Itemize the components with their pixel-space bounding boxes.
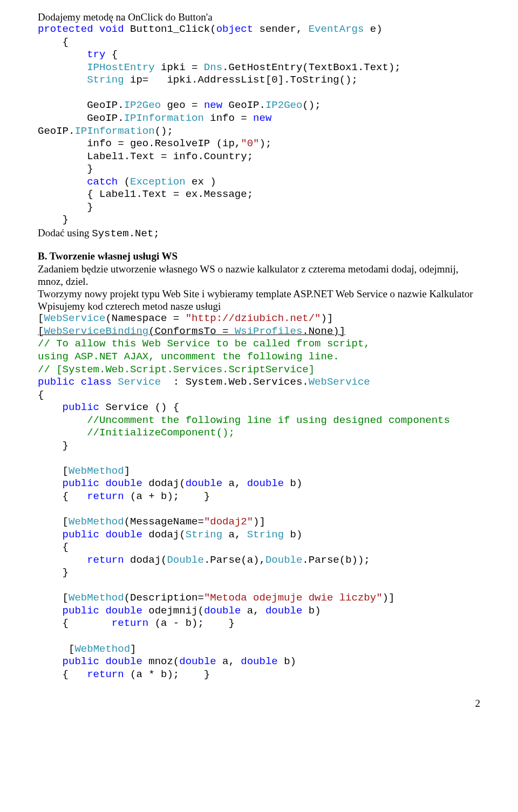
kw-double: double	[247, 477, 284, 489]
code-text: sender,	[253, 23, 309, 35]
type-double: Double	[265, 554, 302, 566]
comment: // To allow this Web Service to be calle…	[38, 338, 370, 350]
type-webservice: WebService	[309, 376, 370, 388]
type-service: Service	[112, 376, 161, 388]
br: [	[38, 516, 69, 528]
kw-new: new	[253, 112, 271, 124]
using-note: Dodać using System.Net;	[38, 227, 480, 241]
code-text: a,	[241, 605, 265, 617]
code-text: b)	[284, 477, 302, 489]
kw-return: return	[87, 490, 124, 502]
string-literal: "0"	[241, 138, 259, 149]
code-text: (MessageName=	[124, 516, 204, 528]
code-text: Label1.Text = info.Country;	[38, 151, 253, 162]
kw-public: public	[38, 376, 74, 388]
type-eventargs: EventArgs	[309, 23, 364, 35]
code-text: GeoIP.	[38, 112, 124, 124]
paragraph-task: Zadaniem będzie utworzenie własnego WS o…	[38, 263, 480, 288]
code-text: {	[105, 49, 118, 60]
code-text: }	[38, 567, 69, 578]
code-text: GeoIP.	[38, 125, 74, 137]
paragraph-code-intro: Wpisujemy kod czterech metod nasze usług…	[38, 300, 480, 312]
type-ipinformation: IPInformation	[74, 125, 154, 137]
br: [	[38, 465, 69, 477]
page-number: 2	[38, 681, 480, 709]
code-text: b)	[284, 529, 302, 541]
code-text: {	[38, 668, 87, 680]
string-literal: "dodaj2"	[204, 516, 253, 528]
code-text: : System.Web.Services.	[161, 376, 309, 388]
code-text: }	[38, 440, 69, 452]
code-text: a,	[222, 477, 247, 489]
type-string: String	[247, 529, 284, 541]
attr-webservicebinding: WebServiceBinding	[44, 325, 148, 337]
comment: // [System.Web.Script.Services.ScriptSer…	[38, 364, 315, 376]
code-text: b)	[278, 656, 296, 667]
code-text: )]	[383, 592, 395, 604]
code-text: b)	[302, 605, 321, 617]
kw-try: try	[38, 49, 105, 60]
code-text: .GetHostEntry(TextBox1.Text);	[222, 62, 401, 73]
code-text: (	[118, 176, 130, 188]
code-block-2: [WebService(Namespace = "http://dziubich…	[38, 312, 480, 681]
code-text: (a + b); }	[124, 490, 210, 502]
kw-new: new	[204, 99, 222, 111]
code-text: ipki =	[155, 62, 204, 73]
code-text: .None)]	[302, 325, 345, 337]
code-text: ]	[130, 643, 136, 655]
kw-double: double	[99, 656, 142, 667]
attr-webmethod: WebMethod	[74, 643, 130, 655]
code-text: ();	[155, 125, 173, 137]
comment: //InitializeComponent();	[38, 427, 235, 439]
code-text: ]	[124, 465, 130, 477]
kw-double: double	[179, 656, 216, 667]
code-text: Button1_Click(	[124, 23, 216, 35]
code-text: .Parse(b));	[302, 554, 370, 566]
kw-catch: catch	[38, 176, 118, 188]
code-text: {	[38, 490, 87, 502]
code-text: geo =	[161, 99, 204, 111]
kw-public: public	[38, 477, 99, 489]
code-text: a,	[216, 656, 241, 667]
string-literal: "http://dziubich.net/"	[186, 312, 321, 324]
code-text: (Namespace =	[105, 312, 185, 324]
code-text: e)	[364, 23, 382, 35]
code-text: odejmnij(	[142, 605, 204, 617]
type-double: Double	[167, 554, 203, 566]
using-text: Dodać using	[38, 227, 92, 238]
section-heading: B. Tworzenie własnej usługi WS	[38, 250, 480, 262]
code-text: }	[38, 163, 93, 175]
code-text: ();	[302, 99, 321, 111]
code-text: (a * b); }	[124, 668, 210, 680]
comment: //Uncomment the following line if using …	[38, 414, 450, 426]
kw-double: double	[204, 605, 241, 617]
kw-public: public	[38, 401, 99, 413]
comment: using ASP.NET AJAX, uncomment the follow…	[38, 351, 339, 363]
kw-public: public	[38, 605, 99, 617]
code-text: ip= ipki.AddressList[0].ToString();	[124, 74, 358, 86]
kw-return: return	[87, 668, 124, 680]
kw-public: public	[38, 656, 99, 667]
kw-void: void	[93, 23, 124, 35]
kw-public: public	[38, 529, 99, 541]
kw-double: double	[99, 605, 142, 617]
code-text: { Label1.Text = ex.Message;	[38, 188, 253, 200]
attr-webmethod: WebMethod	[69, 516, 124, 528]
br: [	[38, 643, 74, 655]
paragraph-create: Tworzymy nowy projekt typu Web Site i wy…	[38, 288, 480, 300]
code-text: {	[38, 541, 69, 553]
code-text: ex )	[186, 176, 216, 188]
br: [	[38, 325, 44, 337]
code-text: (a - b); }	[148, 617, 235, 629]
br: [	[38, 592, 69, 604]
code-text: GeoIP.	[38, 99, 124, 111]
kw-object: object	[216, 23, 253, 35]
type-string: String	[38, 74, 124, 86]
br: [	[38, 312, 44, 324]
code-text: info = geo.ResolveIP (ip,	[38, 138, 241, 149]
attr-webservice: WebService	[44, 312, 105, 324]
code-text: }	[38, 201, 93, 213]
type-exception: Exception	[130, 176, 186, 188]
type-dns: Dns	[204, 62, 222, 73]
kw-return: return	[38, 554, 124, 566]
